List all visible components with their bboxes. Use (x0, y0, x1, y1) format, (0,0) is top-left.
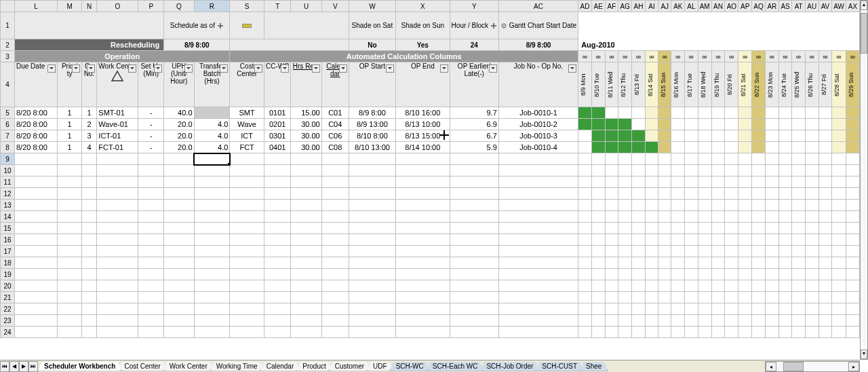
col-AK[interactable]: AK (671, 1, 685, 12)
empty-cell[interactable] (58, 165, 81, 176)
cell-due[interactable]: 8/20 8:00 (14, 130, 57, 142)
empty-cell[interactable] (805, 188, 818, 200)
empty-cell[interactable] (578, 280, 592, 292)
empty-cell[interactable] (752, 303, 766, 315)
col-X[interactable]: X (396, 1, 450, 12)
empty-cell[interactable] (725, 327, 738, 338)
empty-cell[interactable] (578, 257, 592, 269)
empty-cell[interactable] (264, 246, 290, 257)
empty-cell[interactable] (738, 315, 752, 327)
empty-cell[interactable] (645, 280, 658, 292)
empty-cell[interactable] (832, 327, 846, 338)
empty-cell[interactable] (805, 315, 818, 327)
empty-cell[interactable] (698, 269, 711, 280)
empty-cell[interactable] (578, 200, 592, 211)
empty-cell[interactable] (765, 246, 778, 257)
sheet-tab-work-center[interactable]: Work Center (163, 362, 214, 371)
empty-cell[interactable] (671, 280, 685, 292)
empty-cell[interactable] (818, 246, 832, 257)
empty-cell[interactable] (450, 246, 498, 257)
header-job-no[interactable]: Job No - Op No. (498, 62, 578, 107)
empty-cell[interactable] (321, 327, 349, 338)
empty-cell[interactable] (832, 153, 846, 165)
sheet-tab-scheduler-workbench[interactable]: Scheduler Workbench (38, 362, 121, 371)
empty-cell[interactable] (14, 327, 57, 338)
empty-cell[interactable] (605, 292, 618, 303)
empty-cell[interactable] (14, 234, 57, 246)
empty-cell[interactable] (230, 292, 264, 303)
col-AR[interactable]: AR (765, 1, 778, 12)
empty-cell[interactable] (645, 257, 658, 269)
empty-cell[interactable] (321, 303, 349, 315)
empty-cell[interactable] (832, 223, 846, 234)
empty-cell[interactable] (685, 200, 698, 211)
empty-cell[interactable] (578, 315, 592, 327)
gantt-cell[interactable] (832, 107, 846, 119)
gantt-cell[interactable] (605, 142, 618, 153)
empty-cell[interactable] (618, 153, 632, 165)
gantt-cell[interactable] (578, 119, 592, 130)
empty-cell[interactable] (264, 234, 290, 246)
empty-cell[interactable] (685, 211, 698, 223)
gantt-cell[interactable] (765, 119, 778, 130)
empty-cell[interactable] (14, 176, 57, 188)
empty-cell[interactable] (711, 292, 725, 303)
gantt-cell[interactable] (578, 130, 592, 142)
empty-cell[interactable] (291, 165, 321, 176)
gantt-cell[interactable] (778, 107, 792, 119)
empty-cell[interactable] (671, 200, 685, 211)
gantt-cell[interactable] (671, 142, 685, 153)
empty-cell[interactable] (818, 234, 832, 246)
empty-cell[interactable] (711, 234, 725, 246)
gantt-cell[interactable] (765, 130, 778, 142)
empty-cell[interactable] (396, 269, 450, 280)
empty-cell[interactable] (698, 303, 711, 315)
gantt-cell[interactable] (632, 107, 646, 119)
gantt-cell[interactable] (792, 130, 805, 142)
empty-cell[interactable] (658, 176, 671, 188)
empty-cell[interactable] (818, 165, 832, 176)
empty-cell[interactable] (658, 223, 671, 234)
empty-cell[interactable] (752, 257, 766, 269)
empty-cell[interactable] (725, 188, 738, 200)
empty-cell[interactable] (349, 211, 395, 223)
empty-cell[interactable] (818, 223, 832, 234)
empty-cell[interactable] (818, 269, 832, 280)
empty-cell[interactable] (725, 211, 738, 223)
row-header-4[interactable]: 4 (1, 62, 15, 107)
empty-cell[interactable] (58, 280, 81, 292)
empty-cell[interactable] (818, 303, 832, 315)
empty-cell[interactable] (396, 188, 450, 200)
empty-cell[interactable] (230, 234, 264, 246)
empty-cell[interactable] (632, 292, 646, 303)
empty-cell[interactable] (671, 315, 685, 327)
empty-cell[interactable] (805, 280, 818, 292)
empty-cell[interactable] (805, 303, 818, 315)
gantt-cell[interactable] (671, 107, 685, 119)
empty-cell[interactable] (498, 246, 578, 257)
empty-cell[interactable] (738, 234, 752, 246)
col-AL[interactable]: AL (685, 1, 698, 12)
gantt-cell[interactable] (832, 142, 846, 153)
empty-cell[interactable] (591, 303, 605, 315)
row-header-24[interactable]: 24 (1, 327, 15, 338)
empty-cell[interactable] (605, 153, 618, 165)
cell-cc-wc[interactable]: 0101 (264, 107, 290, 119)
empty-cell[interactable] (194, 246, 230, 257)
empty-cell[interactable] (765, 153, 778, 165)
empty-cell[interactable] (498, 315, 578, 327)
empty-cell[interactable] (671, 327, 685, 338)
empty-cell[interactable] (97, 176, 138, 188)
empty-cell[interactable] (711, 211, 725, 223)
empty-cell[interactable] (711, 280, 725, 292)
empty-cell[interactable] (671, 211, 685, 223)
empty-cell[interactable] (138, 280, 164, 292)
cell-op-start[interactable]: 8/10 8:00 (349, 130, 395, 142)
empty-cell[interactable] (805, 257, 818, 269)
empty-cell[interactable] (97, 153, 138, 165)
gantt-cell[interactable] (605, 130, 618, 142)
cell-job-no[interactable]: Job-0010-2 (498, 119, 578, 130)
row-header-22[interactable]: 22 (1, 303, 15, 315)
empty-cell[interactable] (498, 327, 578, 338)
empty-cell[interactable] (645, 269, 658, 280)
